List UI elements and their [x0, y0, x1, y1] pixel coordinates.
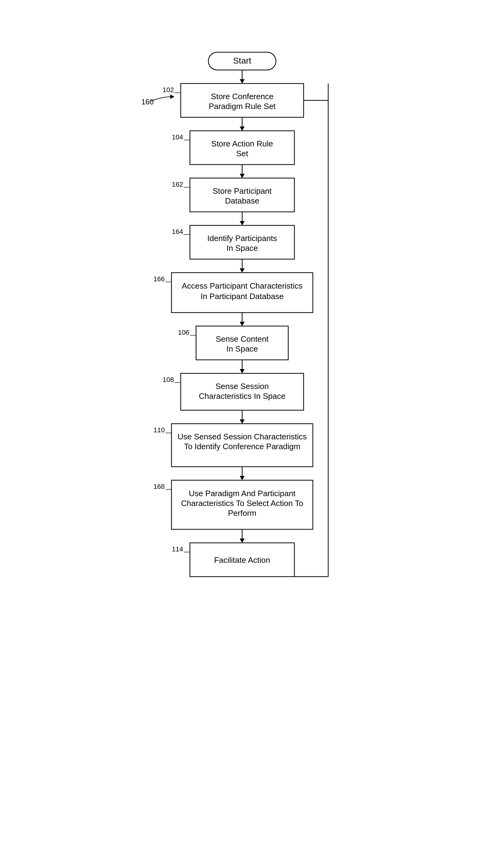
svg-marker-47 — [170, 95, 175, 99]
node-162-text: Store Participant — [212, 186, 272, 195]
svg-marker-12 — [240, 174, 245, 178]
node-164-text2: In Space — [226, 244, 258, 253]
label-168: 168 — [153, 483, 165, 490]
node-102-text2: Paradigm Rule Set — [208, 102, 276, 111]
label-114: 114 — [172, 545, 183, 553]
node-108-text: Sense Session — [216, 382, 268, 391]
outer-label-160: 160 — [141, 98, 154, 106]
node-104-text2: Set — [236, 149, 248, 158]
svg-marker-4 — [240, 79, 245, 84]
node-104-text: Store Action Rule — [211, 139, 273, 148]
node-162-text2: Database — [225, 196, 259, 206]
node-106-text: Sense Content — [216, 334, 268, 344]
label-104: 104 — [172, 133, 183, 141]
label-166: 166 — [153, 275, 165, 283]
label-110: 110 — [153, 426, 165, 434]
node-106-text2: In Space — [226, 344, 258, 353]
node-108-text2: Characteristics In Space — [199, 392, 285, 401]
node-102-text: Store Conference — [211, 92, 274, 101]
node-168-text3: Perform — [228, 508, 256, 518]
svg-marker-32 — [240, 420, 245, 424]
node-110-text: Use Sensed Session Characteristics — [177, 432, 307, 441]
start-label: Start — [233, 56, 251, 65]
svg-marker-16 — [240, 221, 245, 225]
label-108: 108 — [163, 376, 174, 383]
flowchart-svg: Start Store Conference Paradigm Rule Set… — [119, 43, 365, 868]
node-110-text2: To Identify Conference Paradigm — [184, 442, 300, 451]
svg-marker-24 — [240, 322, 245, 326]
svg-marker-28 — [240, 369, 245, 373]
label-164: 164 — [172, 228, 183, 236]
node-164-text: Identify Participants — [207, 234, 277, 243]
node-166-text2: In Participant Database — [200, 292, 283, 301]
diagram-container: Start Store Conference Paradigm Rule Set… — [0, 19, 484, 868]
label-162: 162 — [172, 181, 183, 188]
label-106: 106 — [178, 329, 189, 336]
node-166-text: Access Participant Characteristics — [181, 281, 303, 290]
svg-marker-20 — [240, 268, 245, 273]
svg-marker-36 — [240, 476, 245, 480]
node-168-text: Use Paradigm And Participant — [189, 489, 295, 498]
label-102: 102 — [163, 86, 174, 94]
svg-marker-8 — [240, 126, 245, 131]
svg-marker-40 — [240, 538, 245, 543]
node-168-text2: Characteristics To Select Action To — [181, 499, 303, 508]
node-114-text: Facilitate Action — [214, 555, 270, 565]
